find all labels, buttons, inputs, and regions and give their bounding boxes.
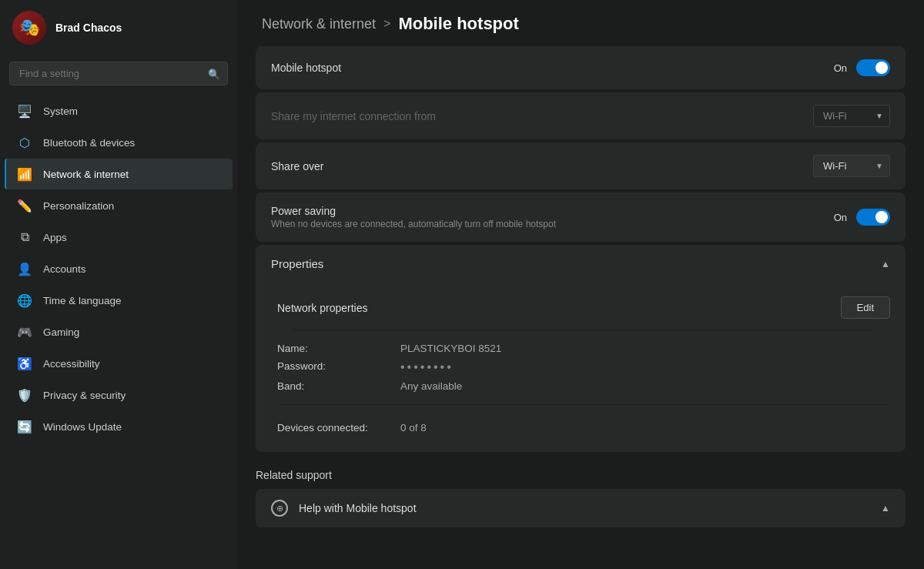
- bluetooth-icon: ⬡: [17, 135, 32, 150]
- update-icon: 🔄: [17, 419, 32, 434]
- sidebar-item-privacy[interactable]: 🛡️ Privacy & security: [5, 380, 233, 410]
- system-icon: 🖥️: [17, 103, 32, 119]
- support-card: ⊕ Help with Mobile hotspot ▲: [256, 489, 906, 527]
- properties-title: Properties: [271, 257, 323, 270]
- sidebar-item-system[interactable]: 🖥️ System: [5, 95, 233, 126]
- properties-content: Network properties Edit Name: PLASTICKYB…: [256, 283, 906, 452]
- search-icon: 🔍: [208, 68, 220, 79]
- related-support-label: Related support: [237, 455, 924, 489]
- band-value: Any available: [400, 380, 462, 392]
- name-key: Name:: [277, 343, 400, 354]
- sidebar-item-personalization-label: Personalization: [43, 200, 114, 212]
- sidebar-item-update[interactable]: 🔄 Windows Update: [5, 411, 233, 442]
- mobile-hotspot-label: Mobile hotspot: [271, 62, 341, 74]
- mobile-hotspot-state: On: [834, 62, 847, 74]
- power-saving-card: Power saving When no devices are connect…: [256, 192, 906, 242]
- power-saving-state: On: [834, 212, 847, 223]
- password-value: ••••••••: [400, 360, 454, 374]
- mobile-hotspot-card: Mobile hotspot On: [256, 46, 906, 89]
- user-header: 🎭 Brad Chacos: [0, 0, 237, 55]
- share-from-row: Share my internet connection from Wi-Fi …: [256, 92, 906, 139]
- power-saving-text: Power saving When no devices are connect…: [271, 205, 556, 229]
- privacy-icon: 🛡️: [17, 387, 32, 403]
- properties-chevron-icon: ▲: [881, 259, 890, 269]
- edit-button[interactable]: Edit: [841, 296, 890, 319]
- sidebar-item-gaming[interactable]: 🎮 Gaming: [5, 316, 233, 347]
- sidebar-nav: 🖥️ System ⬡ Bluetooth & devices 📶 Networ…: [0, 95, 237, 443]
- devices-row: Devices connected: 0 of 8: [277, 414, 890, 437]
- share-over-dropdown[interactable]: Wi-Fi ▼: [813, 155, 890, 177]
- sidebar-item-system-label: System: [43, 105, 78, 117]
- sidebar-item-accounts[interactable]: 👤 Accounts: [5, 253, 233, 284]
- sidebar-item-accessibility[interactable]: ♿ Accessibility: [5, 348, 233, 379]
- network-icon: 📶: [17, 166, 32, 182]
- gaming-icon: 🎮: [17, 324, 32, 340]
- sidebar-item-network[interactable]: 📶 Network & internet: [5, 159, 233, 189]
- page-title: Mobile hotspot: [398, 14, 518, 34]
- globe-icon: ⊕: [271, 500, 288, 517]
- properties-header[interactable]: Properties ▲: [256, 245, 906, 283]
- mobile-hotspot-row: Mobile hotspot On: [256, 46, 906, 89]
- sidebar-item-accounts-label: Accounts: [43, 263, 86, 275]
- power-saving-toggle[interactable]: [856, 209, 890, 226]
- sidebar-item-accessibility-label: Accessibility: [43, 358, 100, 370]
- user-name: Brad Chacos: [55, 22, 122, 34]
- breadcrumb: Network & internet > Mobile hotspot: [237, 0, 924, 46]
- accounts-icon: 👤: [17, 261, 32, 276]
- power-saving-right: On: [834, 209, 890, 226]
- power-saving-sublabel: When no devices are connected, automatic…: [271, 219, 556, 229]
- sidebar-item-update-label: Windows Update: [43, 421, 122, 433]
- personalization-icon: ✏️: [17, 198, 32, 213]
- search-wrapper: 🔍: [9, 62, 228, 85]
- time-icon: 🌐: [17, 293, 32, 308]
- share-from-chevron: ▼: [875, 112, 883, 120]
- help-label: Help with Mobile hotspot: [299, 502, 417, 514]
- search-input[interactable]: [9, 62, 228, 85]
- password-key: Password:: [277, 360, 400, 374]
- mobile-hotspot-right: On: [834, 59, 890, 76]
- password-row: Password: ••••••••: [277, 357, 890, 377]
- share-over-value: Wi-Fi: [823, 160, 846, 172]
- main-content: Network & internet > Mobile hotspot Mobi…: [237, 0, 924, 569]
- share-over-label: Share over: [271, 160, 323, 172]
- share-over-right: Wi-Fi ▼: [813, 155, 890, 177]
- power-saving-row: Power saving When no devices are connect…: [256, 192, 906, 242]
- share-over-row: Share over Wi-Fi ▼: [256, 142, 906, 189]
- search-container: 🔍: [0, 55, 237, 95]
- sidebar-item-bluetooth[interactable]: ⬡ Bluetooth & devices: [5, 127, 233, 158]
- sidebar-item-apps-label: Apps: [43, 232, 67, 243]
- sidebar-item-gaming-label: Gaming: [43, 326, 79, 338]
- accessibility-icon: ♿: [17, 356, 32, 371]
- help-row[interactable]: ⊕ Help with Mobile hotspot ▲: [256, 489, 906, 527]
- apps-icon: ⧉: [17, 229, 32, 245]
- network-props-label: Network properties: [277, 302, 368, 314]
- share-over-chevron: ▼: [875, 162, 883, 170]
- share-from-label: Share my internet connection from: [271, 110, 436, 122]
- sidebar-item-apps[interactable]: ⧉ Apps: [5, 222, 233, 253]
- network-props-row: Network properties Edit: [277, 289, 890, 330]
- avatar: 🎭: [12, 11, 46, 45]
- share-from-dropdown[interactable]: Wi-Fi ▼: [813, 105, 890, 127]
- support-chevron-icon: ▲: [881, 503, 890, 514]
- band-key: Band:: [277, 380, 400, 392]
- properties-card: Properties ▲ Network properties Edit Nam…: [256, 245, 906, 452]
- devices-value: 0 of 8: [400, 422, 427, 433]
- support-left: ⊕ Help with Mobile hotspot: [271, 500, 417, 517]
- share-over-card: Share over Wi-Fi ▼: [256, 142, 906, 189]
- sidebar: 🎭 Brad Chacos 🔍 🖥️ System ⬡ Bluetooth & …: [0, 0, 237, 569]
- sidebar-item-time-label: Time & language: [43, 295, 122, 306]
- devices-key: Devices connected:: [277, 422, 400, 433]
- breadcrumb-separator: >: [383, 17, 390, 31]
- share-from-card: Share my internet connection from Wi-Fi …: [256, 92, 906, 139]
- sidebar-item-personalization[interactable]: ✏️ Personalization: [5, 190, 233, 221]
- share-from-right: Wi-Fi ▼: [813, 105, 890, 127]
- sidebar-item-time[interactable]: 🌐 Time & language: [5, 285, 233, 316]
- band-row: Band: Any available: [277, 377, 890, 395]
- name-value: PLASTICKYBOI 8521: [400, 343, 501, 354]
- mobile-hotspot-toggle[interactable]: [856, 59, 890, 76]
- name-row: Name: PLASTICKYBOI 8521: [277, 340, 890, 357]
- sidebar-item-bluetooth-label: Bluetooth & devices: [43, 137, 135, 149]
- power-saving-label: Power saving: [271, 205, 556, 217]
- share-from-value: Wi-Fi: [823, 110, 846, 122]
- sidebar-item-privacy-label: Privacy & security: [43, 390, 126, 401]
